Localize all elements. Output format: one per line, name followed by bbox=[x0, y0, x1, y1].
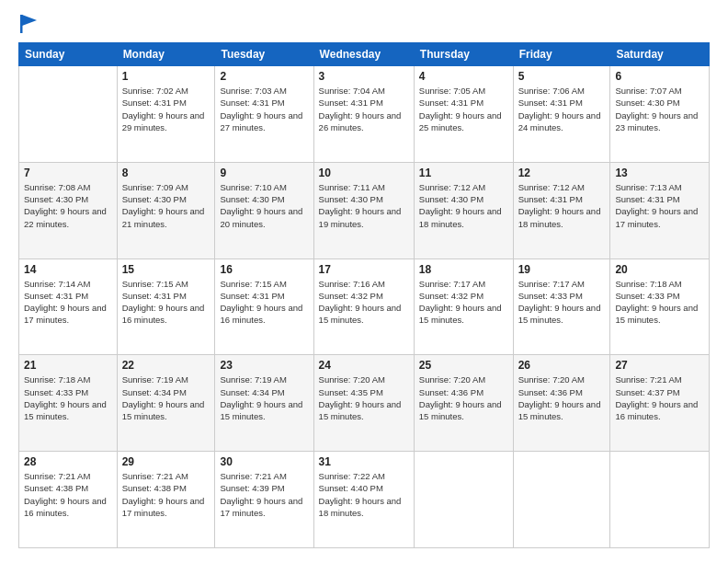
day-info: Sunrise: 7:09 AMSunset: 4:30 PMDaylight:… bbox=[122, 181, 210, 230]
day-info: Sunrise: 7:10 AMSunset: 4:30 PMDaylight:… bbox=[220, 181, 308, 230]
svg-rect-1 bbox=[20, 15, 23, 33]
col-header-wednesday: Wednesday bbox=[313, 43, 414, 66]
calendar-cell: 19Sunrise: 7:17 AMSunset: 4:33 PMDayligh… bbox=[513, 259, 610, 355]
day-info: Sunrise: 7:04 AMSunset: 4:31 PMDaylight:… bbox=[319, 85, 409, 133]
day-info: Sunrise: 7:14 AMSunset: 4:31 PMDaylight:… bbox=[24, 278, 112, 327]
calendar-cell: 24Sunrise: 7:20 AMSunset: 4:35 PMDayligh… bbox=[313, 355, 414, 452]
week-row-3: 14Sunrise: 7:14 AMSunset: 4:31 PMDayligh… bbox=[19, 259, 710, 355]
day-info: Sunrise: 7:13 AMSunset: 4:31 PMDaylight:… bbox=[615, 181, 704, 230]
week-row-5: 28Sunrise: 7:21 AMSunset: 4:38 PMDayligh… bbox=[19, 452, 710, 548]
day-number: 15 bbox=[122, 263, 210, 276]
day-number: 21 bbox=[24, 359, 112, 372]
calendar-cell: 13Sunrise: 7:13 AMSunset: 4:31 PMDayligh… bbox=[610, 162, 710, 259]
week-row-4: 21Sunrise: 7:18 AMSunset: 4:33 PMDayligh… bbox=[19, 355, 710, 452]
day-info: Sunrise: 7:12 AMSunset: 4:30 PMDaylight:… bbox=[419, 181, 508, 230]
calendar-cell: 15Sunrise: 7:15 AMSunset: 4:31 PMDayligh… bbox=[117, 259, 215, 355]
day-number: 19 bbox=[518, 263, 606, 276]
col-header-tuesday: Tuesday bbox=[215, 43, 313, 66]
day-number: 10 bbox=[319, 167, 409, 179]
day-number: 31 bbox=[319, 455, 409, 468]
calendar-cell: 28Sunrise: 7:21 AMSunset: 4:38 PMDayligh… bbox=[19, 452, 118, 548]
calendar-cell: 9Sunrise: 7:10 AMSunset: 4:30 PMDaylight… bbox=[215, 162, 313, 259]
day-info: Sunrise: 7:15 AMSunset: 4:31 PMDaylight:… bbox=[220, 278, 308, 327]
day-info: Sunrise: 7:03 AMSunset: 4:31 PMDaylight:… bbox=[220, 85, 308, 133]
day-info: Sunrise: 7:08 AMSunset: 4:30 PMDaylight:… bbox=[24, 181, 112, 230]
day-info: Sunrise: 7:21 AMSunset: 4:38 PMDaylight:… bbox=[24, 470, 112, 519]
day-number: 6 bbox=[615, 70, 704, 83]
calendar-cell bbox=[19, 66, 118, 163]
calendar-cell: 10Sunrise: 7:11 AMSunset: 4:30 PMDayligh… bbox=[313, 162, 414, 259]
day-number: 26 bbox=[518, 359, 606, 372]
day-info: Sunrise: 7:11 AMSunset: 4:30 PMDaylight:… bbox=[319, 181, 409, 230]
calendar-cell: 30Sunrise: 7:21 AMSunset: 4:39 PMDayligh… bbox=[215, 452, 313, 548]
day-number: 9 bbox=[220, 167, 308, 179]
calendar-cell: 29Sunrise: 7:21 AMSunset: 4:38 PMDayligh… bbox=[117, 452, 215, 548]
day-number: 1 bbox=[122, 70, 210, 83]
calendar-cell bbox=[610, 452, 710, 548]
calendar-cell: 17Sunrise: 7:16 AMSunset: 4:32 PMDayligh… bbox=[313, 259, 414, 355]
day-info: Sunrise: 7:05 AMSunset: 4:31 PMDaylight:… bbox=[419, 85, 508, 133]
logo-flag-icon bbox=[20, 15, 37, 33]
calendar-cell: 21Sunrise: 7:18 AMSunset: 4:33 PMDayligh… bbox=[19, 355, 118, 452]
page: SundayMondayTuesdayWednesdayThursdayFrid… bbox=[0, 0, 728, 563]
day-info: Sunrise: 7:18 AMSunset: 4:33 PMDaylight:… bbox=[615, 278, 704, 327]
day-number: 27 bbox=[615, 359, 704, 372]
calendar-cell: 5Sunrise: 7:06 AMSunset: 4:31 PMDaylight… bbox=[513, 66, 610, 163]
day-number: 17 bbox=[319, 263, 409, 276]
calendar-cell: 26Sunrise: 7:20 AMSunset: 4:36 PMDayligh… bbox=[513, 355, 610, 452]
day-info: Sunrise: 7:19 AMSunset: 4:34 PMDaylight:… bbox=[220, 373, 308, 422]
calendar-cell: 2Sunrise: 7:03 AMSunset: 4:31 PMDaylight… bbox=[215, 66, 313, 163]
calendar-cell: 1Sunrise: 7:02 AMSunset: 4:31 PMDaylight… bbox=[117, 66, 215, 163]
day-number: 28 bbox=[24, 455, 112, 468]
calendar-cell: 22Sunrise: 7:19 AMSunset: 4:34 PMDayligh… bbox=[117, 355, 215, 452]
day-number: 23 bbox=[220, 359, 308, 372]
calendar-cell: 3Sunrise: 7:04 AMSunset: 4:31 PMDaylight… bbox=[313, 66, 414, 163]
col-header-saturday: Saturday bbox=[610, 43, 710, 66]
day-info: Sunrise: 7:20 AMSunset: 4:36 PMDaylight:… bbox=[518, 373, 606, 422]
week-row-1: 1Sunrise: 7:02 AMSunset: 4:31 PMDaylight… bbox=[19, 66, 710, 163]
calendar-cell bbox=[513, 452, 610, 548]
col-header-thursday: Thursday bbox=[414, 43, 513, 66]
header bbox=[18, 15, 710, 33]
calendar-cell: 20Sunrise: 7:18 AMSunset: 4:33 PMDayligh… bbox=[610, 259, 710, 355]
calendar-cell: 8Sunrise: 7:09 AMSunset: 4:30 PMDaylight… bbox=[117, 162, 215, 259]
day-number: 8 bbox=[122, 167, 210, 179]
day-number: 5 bbox=[518, 70, 606, 83]
col-header-monday: Monday bbox=[117, 43, 215, 66]
calendar-cell: 12Sunrise: 7:12 AMSunset: 4:31 PMDayligh… bbox=[513, 162, 610, 259]
day-number: 22 bbox=[122, 359, 210, 372]
calendar-cell bbox=[414, 452, 513, 548]
day-info: Sunrise: 7:21 AMSunset: 4:37 PMDaylight:… bbox=[615, 373, 704, 422]
day-number: 18 bbox=[419, 263, 508, 276]
day-number: 30 bbox=[220, 455, 308, 468]
svg-marker-0 bbox=[22, 15, 37, 26]
calendar-cell: 23Sunrise: 7:19 AMSunset: 4:34 PMDayligh… bbox=[215, 355, 313, 452]
day-number: 29 bbox=[122, 455, 210, 468]
day-number: 2 bbox=[220, 70, 308, 83]
calendar-cell: 25Sunrise: 7:20 AMSunset: 4:36 PMDayligh… bbox=[414, 355, 513, 452]
day-number: 4 bbox=[419, 70, 508, 83]
col-header-sunday: Sunday bbox=[19, 43, 118, 66]
calendar: SundayMondayTuesdayWednesdayThursdayFrid… bbox=[18, 42, 710, 548]
day-info: Sunrise: 7:07 AMSunset: 4:30 PMDaylight:… bbox=[615, 85, 704, 133]
calendar-cell: 18Sunrise: 7:17 AMSunset: 4:32 PMDayligh… bbox=[414, 259, 513, 355]
day-info: Sunrise: 7:17 AMSunset: 4:33 PMDaylight:… bbox=[518, 278, 606, 327]
logo bbox=[18, 15, 37, 33]
col-header-friday: Friday bbox=[513, 43, 610, 66]
day-number: 13 bbox=[615, 167, 704, 179]
header-row: SundayMondayTuesdayWednesdayThursdayFrid… bbox=[19, 43, 710, 66]
day-info: Sunrise: 7:22 AMSunset: 4:40 PMDaylight:… bbox=[319, 470, 409, 519]
day-number: 14 bbox=[24, 263, 112, 276]
day-info: Sunrise: 7:20 AMSunset: 4:35 PMDaylight:… bbox=[319, 373, 409, 422]
day-number: 12 bbox=[518, 167, 606, 179]
day-number: 24 bbox=[319, 359, 409, 372]
day-info: Sunrise: 7:20 AMSunset: 4:36 PMDaylight:… bbox=[419, 373, 508, 422]
calendar-cell: 16Sunrise: 7:15 AMSunset: 4:31 PMDayligh… bbox=[215, 259, 313, 355]
calendar-cell: 14Sunrise: 7:14 AMSunset: 4:31 PMDayligh… bbox=[19, 259, 118, 355]
day-info: Sunrise: 7:19 AMSunset: 4:34 PMDaylight:… bbox=[122, 373, 210, 422]
day-number: 20 bbox=[615, 263, 704, 276]
day-info: Sunrise: 7:21 AMSunset: 4:38 PMDaylight:… bbox=[122, 470, 210, 519]
calendar-cell: 4Sunrise: 7:05 AMSunset: 4:31 PMDaylight… bbox=[414, 66, 513, 163]
week-row-2: 7Sunrise: 7:08 AMSunset: 4:30 PMDaylight… bbox=[19, 162, 710, 259]
day-number: 7 bbox=[24, 167, 112, 179]
